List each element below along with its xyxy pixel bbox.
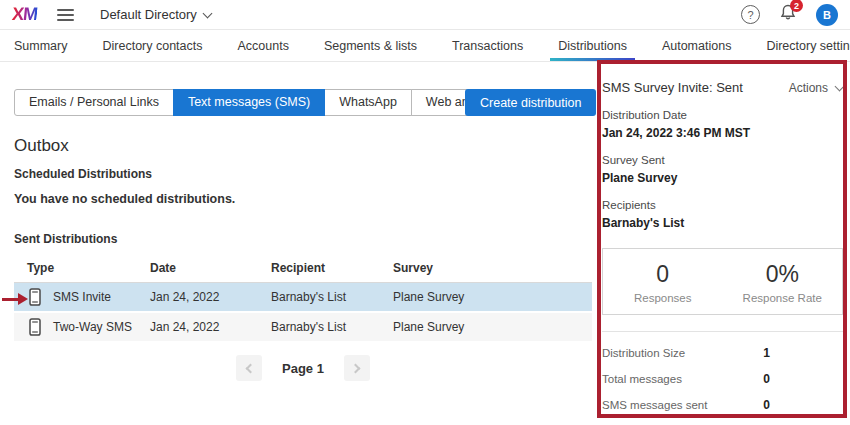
responses-count: 0 <box>603 261 723 288</box>
column-header-date: Date <box>150 261 271 275</box>
notifications-button[interactable]: 2 <box>780 4 796 25</box>
channel-sms-button[interactable]: Text messages (SMS) <box>173 89 325 116</box>
tab-automations[interactable]: Automations <box>660 30 733 61</box>
page-title: Outbox <box>14 136 69 156</box>
column-header-type: Type <box>14 261 150 275</box>
response-rate-value: 0% <box>723 261 843 288</box>
detail-title: SMS Survey Invite: Sent <box>602 80 743 95</box>
row-date: Jan 24, 2022 <box>150 320 271 334</box>
sent-distributions-heading: Sent Distributions <box>14 232 117 246</box>
directory-selector-label: Default Directory <box>100 7 197 22</box>
field-label-recipients: Recipients <box>602 199 843 211</box>
tab-directory-settings[interactable]: Directory settings <box>764 30 850 61</box>
scheduled-distributions-heading: Scheduled Distributions <box>14 167 152 181</box>
page-indicator: Page 1 <box>282 361 324 376</box>
mobile-phone-icon <box>29 318 41 336</box>
tab-transactions[interactable]: Transactions <box>450 30 525 61</box>
chevron-down-icon <box>835 81 845 91</box>
field-value-survey-sent: Plane Survey <box>602 171 843 185</box>
tab-directory-contacts[interactable]: Directory contacts <box>100 30 204 61</box>
next-page-button[interactable] <box>344 355 370 381</box>
row-type: Two-Way SMS <box>53 320 132 334</box>
scheduled-empty-message: You have no scheduled distributions. <box>14 192 235 206</box>
xm-logo: XM <box>11 4 38 25</box>
chevron-down-icon <box>202 8 212 18</box>
sent-distributions-table: Type Date Recipient Survey SMS Invite Ja… <box>14 253 592 343</box>
help-icon[interactable]: ? <box>741 5 760 24</box>
field-label-survey-sent: Survey Sent <box>602 154 843 166</box>
field-label-distribution-date: Distribution Date <box>602 109 843 121</box>
column-header-recipient: Recipient <box>271 261 393 275</box>
pagination: Page 1 <box>14 355 592 381</box>
chevron-left-icon <box>246 363 256 373</box>
response-rate-label: Response Rate <box>723 292 843 304</box>
top-bar: XM Default Directory ? 2 B <box>0 0 850 30</box>
table-header-row: Type Date Recipient Survey <box>14 253 592 283</box>
table-row-sms-invite[interactable]: SMS Invite Jan 24, 2022 Barnaby's List P… <box>14 283 592 313</box>
actions-label: Actions <box>789 81 828 95</box>
channel-whatsapp-button[interactable]: WhatsApp <box>324 89 412 116</box>
actions-dropdown[interactable]: Actions <box>789 81 843 95</box>
avatar[interactable]: B <box>816 4 838 26</box>
field-value-recipients: Barnaby's List <box>602 216 843 230</box>
response-stats-box: 0 Responses 0% Response Rate <box>602 248 843 315</box>
mobile-phone-icon <box>29 288 41 306</box>
field-value-distribution-date: Jan 24, 2022 3:46 PM MST <box>602 126 843 140</box>
chevron-right-icon <box>351 363 361 373</box>
row-recipient: Barnaby's List <box>271 290 393 304</box>
row-recipient: Barnaby's List <box>271 320 393 334</box>
responses-label: Responses <box>603 292 723 304</box>
row-date: Jan 24, 2022 <box>150 290 271 304</box>
row-survey: Plane Survey <box>393 290 592 304</box>
channel-emails-button[interactable]: Emails / Personal Links <box>14 89 174 116</box>
row-type: SMS Invite <box>53 290 111 304</box>
directory-nav: Summary Directory contacts Accounts Segm… <box>0 30 850 62</box>
directory-selector[interactable]: Default Directory <box>100 7 211 22</box>
stat-row-total-messages: Total messages 0 <box>602 366 843 392</box>
tab-accounts[interactable]: Accounts <box>236 30 291 61</box>
column-header-survey: Survey <box>393 261 592 275</box>
tab-segments-lists[interactable]: Segments & lists <box>322 30 419 61</box>
stat-row-sms-delivered: SMS messages delivered 0 <box>602 418 843 425</box>
notification-badge: 2 <box>790 0 803 12</box>
stat-row-distribution-size: Distribution Size 1 <box>602 340 843 366</box>
row-survey: Plane Survey <box>393 320 592 334</box>
prev-page-button[interactable] <box>236 355 262 381</box>
stat-row-sms-sent: SMS messages sent 0 <box>602 392 843 418</box>
distribution-detail-panel: SMS Survey Invite: Sent Actions Distribu… <box>602 66 843 425</box>
tab-distributions[interactable]: Distributions <box>556 30 629 61</box>
create-distribution-button[interactable]: Create distribution <box>465 89 596 116</box>
hamburger-menu-icon[interactable] <box>57 6 74 24</box>
divider <box>602 331 843 332</box>
tab-summary[interactable]: Summary <box>12 30 69 61</box>
table-row-two-way-sms[interactable]: Two-Way SMS Jan 24, 2022 Barnaby's List … <box>14 313 592 343</box>
